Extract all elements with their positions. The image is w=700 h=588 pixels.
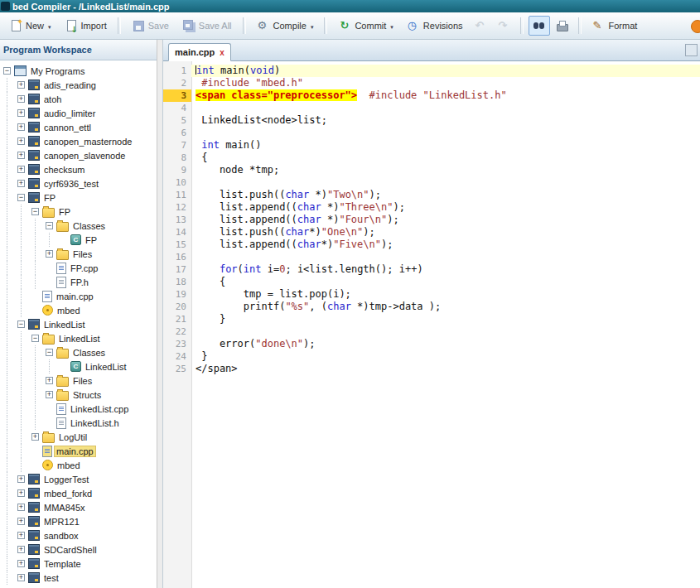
save-all-button[interactable]: Save All [176, 16, 238, 36]
tree-item[interactable]: +Structs [3, 388, 157, 402]
expand-icon[interactable]: + [17, 532, 25, 539]
expand-icon[interactable]: + [17, 180, 25, 187]
code-line[interactable]: 10 [163, 176, 700, 189]
tree-item[interactable]: +adis_reading [3, 78, 157, 92]
close-icon[interactable]: x [220, 48, 224, 57]
tree-item[interactable]: main.cpp [3, 444, 157, 458]
collapse-icon[interactable]: − [31, 335, 39, 342]
code-line[interactable]: 18 { [163, 276, 700, 288]
tree-item[interactable]: FP.cpp [3, 261, 157, 275]
code-line[interactable]: 20 printf("%s", (char *)tmp->data ); [163, 301, 700, 313]
code-line[interactable]: 8 { [163, 152, 700, 164]
code-line[interactable]: 12 list.append((char *)"Three\n"); [163, 201, 700, 214]
expand-icon[interactable]: + [17, 475, 25, 483]
tree-item[interactable]: +mbed_forkd [3, 486, 157, 500]
code-line[interactable]: 7 int main() [163, 139, 700, 152]
expand-icon[interactable]: + [46, 391, 53, 398]
editor-corner-button[interactable] [685, 44, 698, 56]
tree-item[interactable]: +LoggerTest [3, 472, 157, 486]
expand-icon[interactable]: + [17, 574, 25, 581]
undo-button[interactable] [471, 16, 492, 36]
expand-icon[interactable]: + [17, 152, 25, 159]
expand-icon[interactable]: + [17, 137, 25, 145]
print-button[interactable] [552, 16, 573, 36]
tree-item[interactable]: +SDCardShell [3, 542, 157, 557]
compile-button[interactable]: Compile [251, 16, 320, 36]
code-line[interactable]: 11 list.push((char *)"Two\n"); [163, 189, 700, 201]
tree-item[interactable]: +canopen_slavenode [3, 148, 157, 162]
collapse-icon[interactable]: − [31, 208, 39, 215]
tree-item[interactable]: +Files [3, 374, 157, 388]
expand-icon[interactable]: + [46, 250, 53, 258]
code-line[interactable]: 17 for(int i=0; i<list.length(); i++) [163, 263, 700, 276]
code-line[interactable]: 16 [163, 251, 700, 263]
tree-item[interactable]: −Classes [3, 219, 157, 233]
expand-icon[interactable]: + [17, 123, 25, 131]
expand-icon[interactable]: + [17, 560, 25, 567]
tree-item[interactable]: LinkedList.h [3, 416, 157, 430]
tree-item[interactable]: FP [3, 233, 157, 247]
code-line[interactable]: 22 [163, 325, 700, 338]
tree-item[interactable]: +test [3, 571, 157, 585]
code-line[interactable]: 1int main(void) [163, 65, 700, 77]
save-button[interactable]: Save [126, 16, 175, 36]
collapse-icon[interactable]: − [17, 321, 25, 328]
tree-item[interactable]: +MMA845x [3, 500, 157, 514]
expand-icon[interactable]: + [17, 81, 25, 89]
tree-item[interactable]: −My Programs [3, 64, 157, 78]
format-button[interactable]: Format [587, 16, 644, 36]
redo-button[interactable] [494, 16, 515, 36]
tree-item[interactable]: +atoh [3, 92, 157, 106]
expand-icon[interactable]: + [17, 489, 25, 497]
code-line[interactable]: 14 list.push((char*)"One\n"); [163, 226, 700, 239]
tree-item[interactable]: LinkedList [3, 359, 157, 374]
tree-item[interactable]: main.cpp [3, 289, 157, 303]
expand-icon[interactable]: + [46, 377, 53, 384]
tree-item[interactable]: +cannon_ettl [3, 120, 157, 134]
tree-item[interactable]: FP.h [3, 275, 157, 289]
tree-item[interactable]: +sandbox [3, 528, 157, 542]
expand-icon[interactable]: + [17, 95, 25, 103]
collapse-icon[interactable]: − [17, 194, 25, 201]
code-line[interactable]: 15 list.append((char*)"Five\n"); [163, 239, 700, 251]
tree-item[interactable]: LinkedList.cpp [3, 402, 157, 416]
code-line[interactable]: 21 } [163, 313, 700, 325]
tree-item[interactable]: −LinkedList [3, 331, 157, 345]
tree-item[interactable]: +canopen_masternode [3, 134, 157, 148]
tree-item[interactable]: −FP [3, 190, 157, 205]
tree-item[interactable]: −Classes [3, 345, 157, 359]
code-line[interactable]: 2 #include "mbed.h" [163, 77, 700, 89]
code-line[interactable]: 24 } [163, 350, 700, 363]
code-line[interactable]: 25</span> [163, 363, 700, 375]
tree-item[interactable]: mbed [3, 458, 157, 472]
code-line[interactable]: 3<span class="preprocessor"> #include "L… [163, 89, 700, 102]
code-line[interactable]: 6 [163, 127, 700, 139]
import-button[interactable]: Import [59, 16, 113, 36]
find-button[interactable] [529, 16, 550, 36]
code-line[interactable]: 9 node *tmp; [163, 164, 700, 176]
code-line[interactable]: 13 list.append((char *)"Four\n"); [163, 214, 700, 226]
tree-item[interactable]: +MPR121 [3, 514, 157, 528]
tree-item[interactable]: +audio_limiter [3, 106, 157, 120]
collapse-icon[interactable]: − [46, 222, 53, 229]
commit-button[interactable]: Commit [332, 16, 398, 36]
expand-icon[interactable]: + [31, 433, 39, 441]
tab-main-cpp[interactable]: main.cpp x [168, 43, 231, 61]
code-line[interactable]: 23 error("done\n"); [163, 338, 700, 350]
tree-item[interactable]: +cyrf6936_test [3, 176, 157, 190]
help-icon[interactable] [691, 20, 700, 33]
tree-item[interactable]: +LogUtil [3, 430, 157, 444]
revisions-button[interactable]: Revisions [401, 16, 469, 36]
tree-item[interactable]: +Template [3, 557, 157, 571]
collapse-icon[interactable]: − [46, 349, 53, 356]
code-area[interactable]: 1int main(void)2 #include "mbed.h"3<span… [163, 61, 700, 588]
code-line[interactable]: 19 tmp = list.pop(i); [163, 288, 700, 301]
tree-item[interactable]: −LinkedList [3, 317, 157, 331]
tree-item[interactable]: mbed [3, 303, 157, 317]
expand-icon[interactable]: + [17, 504, 25, 511]
tree-item[interactable]: +checksum [3, 162, 157, 176]
tree-item[interactable]: −FP [3, 205, 157, 219]
panel-divider[interactable] [157, 40, 163, 588]
expand-icon[interactable]: + [17, 109, 25, 117]
collapse-icon[interactable]: − [3, 67, 11, 75]
